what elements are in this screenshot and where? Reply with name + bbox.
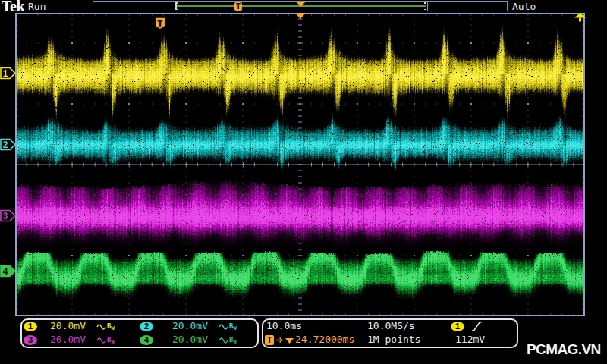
bracket-serif-bottom [175, 9, 178, 11]
trigger-level-readout: 112mV [455, 334, 485, 345]
channel-2-coupling-icon [219, 323, 228, 331]
channel-1-badge[interactable]: 1 [24, 322, 37, 331]
record-trigger-marker[interactable]: T [234, 2, 242, 11]
channel-2-position-marker[interactable]: 2 [0, 138, 16, 151]
graticule-waveform-display[interactable] [15, 13, 585, 316]
trigger-position-flag[interactable] [155, 17, 165, 30]
bandwidth-icon-subscript: W [233, 339, 236, 345]
channel-2-scale-readout: 20.0mV [172, 321, 208, 331]
channel-4-scale-readout: 20.0mV [172, 334, 208, 345]
record-window-left-bracket[interactable] [175, 2, 178, 10]
record-bar-divider [427, 2, 428, 11]
trigger-mode-status: Auto [512, 2, 536, 12]
record-expansion-point-icon [296, 2, 306, 7]
acquisition-status: Run [28, 2, 46, 12]
channel-3-badge[interactable]: 3 [24, 335, 37, 345]
record-length-readout: 1M points [367, 334, 420, 345]
channel-3-bandwidth-icon: BW [107, 336, 115, 345]
trigger-source-badge: 1 [451, 322, 464, 331]
channel-2-badge[interactable]: 2 [140, 322, 153, 331]
record-window-right-bracket[interactable] [424, 2, 426, 10]
watermark: PCMAG.VN [527, 341, 601, 358]
trigger-slope-rising-icon [471, 322, 483, 331]
channel-1-bandwidth-icon: BW [107, 322, 115, 331]
time-per-div-readout: 10.0ms [266, 321, 302, 331]
bandwidth-icon-subscript: W [111, 325, 114, 331]
record-view-bar[interactable]: T [93, 1, 508, 11]
channel-3-scale-readout: 20.0mV [50, 334, 86, 345]
trigger-delay-arrow-icon [275, 336, 295, 345]
channel-1-position-marker[interactable]: 1 [0, 67, 16, 80]
channel-3-position-marker[interactable]: 3 [0, 209, 16, 222]
channel-4-coupling-icon [219, 337, 228, 344]
trigger-delay-readout: 24.72000ms [295, 334, 354, 345]
channel-1-coupling-icon [96, 323, 106, 331]
channel-2-bandwidth-icon: BW [229, 322, 237, 331]
channel-2-marker-label: 2 [3, 140, 8, 150]
record-trigger-marker-label: T [234, 2, 242, 11]
trigger-delay-t-icon: T [265, 335, 274, 345]
bracket-serif-bottom [424, 9, 426, 11]
channel-4-badge[interactable]: 4 [140, 335, 153, 345]
bracket-serif-top [424, 2, 426, 4]
channel-4-position-marker[interactable]: 4 [0, 265, 16, 278]
channel-1-marker-label: 1 [3, 68, 8, 79]
channel-3-coupling-icon [96, 337, 106, 344]
bracket-serif-top [175, 2, 178, 4]
expansion-point-icon[interactable] [295, 13, 306, 19]
channel-1-scale-readout: 20.0mV [50, 321, 86, 331]
channel-4-marker-label: 4 [3, 266, 8, 277]
sample-rate-readout: 10.0MS/s [367, 321, 415, 331]
bandwidth-icon-subscript: W [233, 325, 236, 331]
channel-3-marker-label: 3 [3, 211, 8, 221]
trigger-level-clipped-arrow[interactable] [574, 13, 586, 22]
channel-4-bandwidth-icon: BW [229, 336, 237, 345]
oscilloscope-screen: Tek Run T Auto 1 2 3 4 1 [0, 0, 607, 364]
bandwidth-icon-subscript: W [111, 339, 114, 345]
